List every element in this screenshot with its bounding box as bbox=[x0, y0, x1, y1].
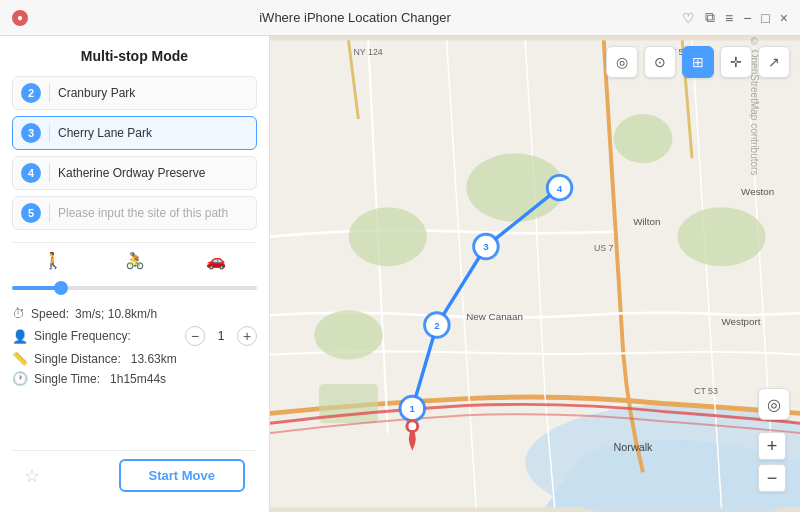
stop-badge-2: 2 bbox=[21, 83, 41, 103]
frequency-row: 👤 Single Frequency: − 1 + bbox=[12, 326, 257, 346]
svg-text:NY 124: NY 124 bbox=[353, 47, 382, 57]
stop-list: 2 Cranbury Park 3 Cherry Lane Park 4 Kat… bbox=[12, 76, 257, 230]
left-panel: Multi-stop Mode 2 Cranbury Park 3 Cherry… bbox=[0, 36, 270, 512]
time-value: 1h15m44s bbox=[110, 372, 166, 386]
drive-mode-icon[interactable]: 🚗 bbox=[175, 251, 257, 270]
zoom-in-btn[interactable]: + bbox=[758, 432, 786, 460]
time-row: 🕐 Single Time: 1h15m44s bbox=[12, 371, 257, 386]
settings-btn[interactable]: ⊙ bbox=[644, 46, 676, 78]
mode-icons: 🚶 🚴 🚗 bbox=[12, 251, 257, 270]
map-area: Wilton Weston New Canaan Westport Norwal… bbox=[270, 36, 800, 512]
bottom-bar: ☆ Start Move bbox=[12, 450, 257, 500]
distance-icon: 📏 bbox=[12, 351, 28, 366]
minimize-icon[interactable]: − bbox=[743, 10, 751, 26]
stop-item-3[interactable]: 3 Cherry Lane Park bbox=[12, 116, 257, 150]
favorite-icon[interactable]: ☆ bbox=[24, 465, 40, 487]
svg-point-6 bbox=[614, 114, 673, 163]
stop-item-5[interactable]: 5 Please input the site of this path bbox=[12, 196, 257, 230]
titlebar: ● iWhere iPhone Location Changer ♡ ⧉ ≡ −… bbox=[0, 0, 800, 36]
slider-track bbox=[12, 286, 257, 290]
svg-text:New Canaan: New Canaan bbox=[466, 311, 523, 322]
start-move-button[interactable]: Start Move bbox=[119, 459, 245, 492]
frequency-minus-btn[interactable]: − bbox=[185, 326, 205, 346]
walk-mode-icon[interactable]: 🚶 bbox=[12, 251, 94, 270]
speed-label: Speed: bbox=[31, 307, 69, 321]
stop-divider-4 bbox=[49, 164, 50, 182]
map-location-btn[interactable]: ◎ bbox=[758, 388, 790, 420]
stop-divider-3 bbox=[49, 124, 50, 142]
distance-row: 📏 Single Distance: 13.63km bbox=[12, 351, 257, 366]
frequency-value: 1 bbox=[213, 329, 229, 343]
stop-name-3: Cherry Lane Park bbox=[58, 126, 248, 140]
svg-text:2: 2 bbox=[434, 320, 440, 331]
svg-text:Wilton: Wilton bbox=[633, 216, 660, 227]
crosshair-btn[interactable]: ✛ bbox=[720, 46, 752, 78]
heart-icon[interactable]: ♡ bbox=[682, 10, 695, 26]
stop-badge-3: 3 bbox=[21, 123, 41, 143]
speed-info-row: ⏱ Speed: 3m/s; 10.8km/h bbox=[12, 306, 257, 321]
stop-item-2[interactable]: 2 Cranbury Park bbox=[12, 76, 257, 110]
stop-name-2: Cranbury Park bbox=[58, 86, 248, 100]
app-title: iWhere iPhone Location Changer bbox=[36, 10, 674, 25]
svg-text:3: 3 bbox=[483, 241, 489, 252]
zoom-out-btn[interactable]: − bbox=[758, 464, 786, 492]
locate-btn[interactable]: ◎ bbox=[606, 46, 638, 78]
svg-text:US 7: US 7 bbox=[594, 243, 614, 253]
distance-label: Single Distance: bbox=[34, 352, 121, 366]
stop-placeholder-5: Please input the site of this path bbox=[58, 206, 248, 220]
stop-name-4: Katherine Ordway Preserve bbox=[58, 166, 248, 180]
menu-icon[interactable]: ≡ bbox=[725, 10, 733, 26]
stop-divider bbox=[49, 84, 50, 102]
maximize-icon[interactable]: □ bbox=[761, 10, 769, 26]
frequency-controls: − 1 + bbox=[185, 326, 257, 346]
speed-value: 3m/s; 10.8km/h bbox=[75, 307, 157, 321]
tile-icon[interactable]: ⧉ bbox=[705, 9, 715, 26]
time-label: Single Time: bbox=[34, 372, 100, 386]
map-svg: Wilton Weston New Canaan Westport Norwal… bbox=[270, 36, 800, 512]
svg-point-2 bbox=[349, 207, 428, 266]
stop-divider-5 bbox=[49, 204, 50, 222]
panel-title: Multi-stop Mode bbox=[12, 48, 257, 64]
speed-slider[interactable] bbox=[12, 278, 257, 298]
distance-value: 13.63km bbox=[131, 352, 177, 366]
svg-text:1: 1 bbox=[410, 403, 416, 414]
svg-point-3 bbox=[314, 310, 383, 359]
map-top-controls: ◎ ⊙ ⊞ ✛ ↗ bbox=[606, 46, 790, 78]
main-content: Multi-stop Mode 2 Cranbury Park 3 Cherry… bbox=[0, 36, 800, 512]
svg-text:Norwalk: Norwalk bbox=[614, 441, 654, 453]
bike-mode-icon[interactable]: 🚴 bbox=[94, 251, 176, 270]
export-btn[interactable]: ↗ bbox=[758, 46, 790, 78]
frequency-icon: 👤 bbox=[12, 329, 28, 344]
time-icon: 🕐 bbox=[12, 371, 28, 386]
window-controls: ♡ ⧉ ≡ − □ × bbox=[682, 9, 788, 26]
close-icon[interactable]: × bbox=[780, 10, 788, 26]
svg-text:4: 4 bbox=[557, 183, 563, 194]
svg-point-31 bbox=[408, 422, 416, 430]
frequency-plus-btn[interactable]: + bbox=[237, 326, 257, 346]
stop-badge-4: 4 bbox=[21, 163, 41, 183]
slider-thumb[interactable] bbox=[54, 281, 68, 295]
frequency-label: Single Frequency: bbox=[34, 329, 131, 343]
svg-text:CT 53: CT 53 bbox=[694, 386, 718, 396]
map-bottom-controls: ◎ + − bbox=[758, 388, 790, 492]
speed-section: 🚶 🚴 🚗 ⏱ Speed: 3m/s; 10.8km/h 👤 Single F… bbox=[12, 242, 257, 391]
stop-badge-5: 5 bbox=[21, 203, 41, 223]
stop-item-4[interactable]: 4 Katherine Ordway Preserve bbox=[12, 156, 257, 190]
speed-icon: ⏱ bbox=[12, 306, 25, 321]
route-btn[interactable]: ⊞ bbox=[682, 46, 714, 78]
app-icon: ● bbox=[12, 10, 28, 26]
